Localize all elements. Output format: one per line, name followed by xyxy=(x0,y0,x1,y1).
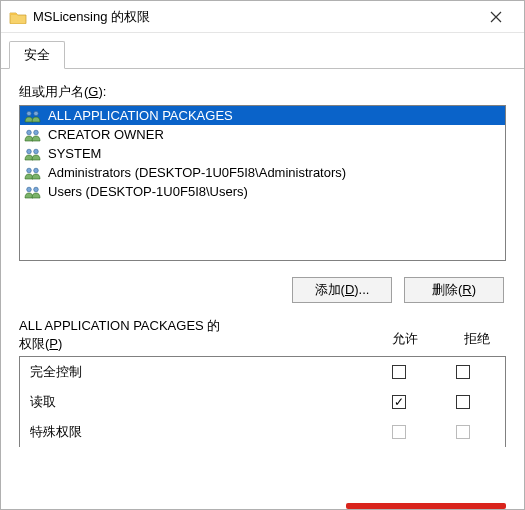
permission-name: 特殊权限 xyxy=(30,423,367,441)
deny-checkbox xyxy=(456,425,470,439)
remove-button[interactable]: 删除(R) xyxy=(404,277,504,303)
list-item[interactable]: Users (DESKTOP-1U0F5I8\Users) xyxy=(20,182,505,201)
groups-label: 组或用户名(G): xyxy=(19,83,506,101)
allow-checkbox xyxy=(392,425,406,439)
table-row: 读取✓ xyxy=(20,387,505,417)
list-item[interactable]: SYSTEM xyxy=(20,144,505,163)
users-icon xyxy=(24,109,42,123)
svg-point-9 xyxy=(34,187,39,192)
deny-column-header: 拒绝 xyxy=(464,330,490,348)
list-item-label: Users (DESKTOP-1U0F5I8\Users) xyxy=(48,184,248,199)
svg-point-7 xyxy=(34,168,39,173)
table-row: 完全控制 xyxy=(20,357,505,387)
list-item[interactable]: Administrators (DESKTOP-1U0F5I8\Administ… xyxy=(20,163,505,182)
svg-point-1 xyxy=(34,111,39,116)
permissions-table: 完全控制读取✓特殊权限 xyxy=(19,356,506,447)
permission-name: 读取 xyxy=(30,393,367,411)
allow-checkbox[interactable]: ✓ xyxy=(392,395,406,409)
list-item-label: ALL APPLICATION PACKAGES xyxy=(48,108,233,123)
red-highlight-strip xyxy=(346,503,506,509)
tab-body: 组或用户名(G): ALL APPLICATION PACKAGESCREATO… xyxy=(1,69,524,509)
close-button[interactable] xyxy=(476,3,516,31)
permissions-dialog: MSLicensing 的权限 安全 组或用户名(G): ALL APPLICA… xyxy=(0,0,525,510)
svg-point-6 xyxy=(27,168,32,173)
permissions-for-label: ALL APPLICATION PACKAGES 的 权限(P) xyxy=(19,317,392,352)
list-item-label: SYSTEM xyxy=(48,146,101,161)
allow-column-header: 允许 xyxy=(392,330,418,348)
list-item-label: CREATOR OWNER xyxy=(48,127,164,142)
svg-point-3 xyxy=(34,130,39,135)
principals-list[interactable]: ALL APPLICATION PACKAGESCREATOR OWNERSYS… xyxy=(19,105,506,261)
users-icon xyxy=(24,147,42,161)
svg-point-0 xyxy=(27,111,32,116)
tabs: 安全 xyxy=(1,33,524,69)
users-icon xyxy=(24,185,42,199)
permission-name: 完全控制 xyxy=(30,363,367,381)
deny-checkbox[interactable] xyxy=(456,395,470,409)
permissions-header: ALL APPLICATION PACKAGES 的 权限(P) 允许 拒绝 xyxy=(19,317,506,352)
tab-security[interactable]: 安全 xyxy=(9,41,65,69)
window-title: MSLicensing 的权限 xyxy=(33,8,476,26)
folder-icon xyxy=(9,10,27,24)
deny-checkbox[interactable] xyxy=(456,365,470,379)
allow-checkbox[interactable] xyxy=(392,365,406,379)
list-item[interactable]: CREATOR OWNER xyxy=(20,125,505,144)
table-row: 特殊权限 xyxy=(20,417,505,447)
svg-point-5 xyxy=(34,149,39,154)
list-buttons: 添加(D)... 删除(R) xyxy=(19,277,504,303)
list-item-label: Administrators (DESKTOP-1U0F5I8\Administ… xyxy=(48,165,346,180)
svg-point-8 xyxy=(27,187,32,192)
users-icon xyxy=(24,128,42,142)
add-button[interactable]: 添加(D)... xyxy=(292,277,392,303)
svg-point-4 xyxy=(27,149,32,154)
svg-point-2 xyxy=(27,130,32,135)
list-item[interactable]: ALL APPLICATION PACKAGES xyxy=(20,106,505,125)
users-icon xyxy=(24,166,42,180)
titlebar: MSLicensing 的权限 xyxy=(1,1,524,33)
